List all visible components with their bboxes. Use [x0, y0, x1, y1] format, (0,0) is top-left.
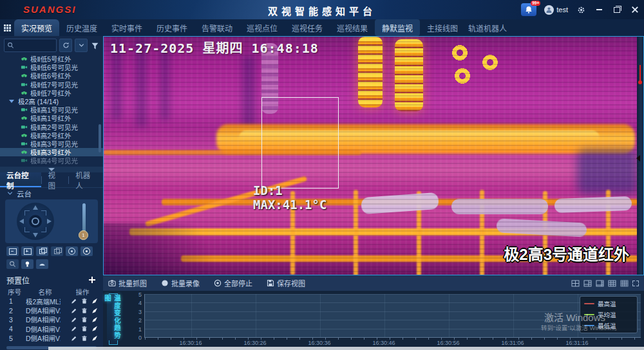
tab-main-wiring-diagram[interactable]: 主接线图	[420, 19, 465, 36]
light-button[interactable]	[21, 259, 33, 269]
edit-icon[interactable]	[71, 308, 77, 314]
preset-row[interactable]: 1 极2高端ML避雷器	[0, 297, 103, 306]
y-tick: 1	[131, 326, 142, 333]
tab-robot[interactable]: 机器人	[69, 172, 103, 187]
tab-realtime-events[interactable]: 实时事件	[104, 19, 149, 36]
edit-icon[interactable]	[71, 298, 77, 304]
goto-preset-icon[interactable]	[91, 298, 98, 304]
tree-scrollbar[interactable]	[99, 124, 101, 152]
video-cell[interactable]: 11-27-2025 星期四 16:48:18 ID:1 MAX:41.1°C …	[103, 36, 644, 275]
bracket-icon	[24, 210, 30, 216]
layout-grid16-icon[interactable]	[620, 280, 629, 287]
tree-item[interactable]: 极Ⅱ高1号红外	[0, 114, 103, 122]
delete-icon[interactable]	[81, 308, 88, 314]
zoom-in-button[interactable]	[21, 246, 33, 256]
batch-record-button[interactable]: 批量录像	[161, 278, 200, 288]
preset-row[interactable]: 3 D侧A相闸V2L1...	[0, 315, 103, 324]
tree-item[interactable]: 极Ⅱ低6号可见光	[0, 63, 103, 71]
minimize-button[interactable]	[594, 5, 604, 15]
settings-button[interactable]	[576, 5, 586, 15]
tab-view[interactable]: 视图	[42, 172, 69, 187]
tree-item[interactable]: 极Ⅱ高3号可见光	[0, 140, 103, 148]
layout-grid6-icon[interactable]	[583, 280, 592, 287]
arrow-up-icon[interactable]	[33, 205, 38, 210]
tab-rail-robot[interactable]: 轨道机器人	[465, 19, 510, 36]
tree-item[interactable]: 极Ⅱ高2号可见光	[0, 123, 103, 131]
tree-item-selected[interactable]: 极Ⅱ高3号红外	[0, 148, 103, 156]
ir-camera-icon	[21, 132, 28, 139]
arrow-left-icon[interactable]	[19, 219, 24, 224]
goto-preset-icon[interactable]	[91, 326, 98, 332]
search-input[interactable]	[4, 39, 57, 52]
tree-item[interactable]: 极Ⅱ低7号红外	[0, 89, 103, 97]
tab-history-temperature[interactable]: 历史温度	[59, 19, 104, 36]
osd-roi-max-temp: MAX:41.1°C	[253, 198, 327, 212]
restore-button[interactable]	[612, 5, 622, 15]
tree-item[interactable]: 极Ⅱ低5号红外	[0, 55, 103, 63]
save-view-button[interactable]: 保存视图	[267, 278, 305, 288]
edit-icon[interactable]	[71, 317, 77, 323]
ptz-speed-handle[interactable]: 1	[79, 230, 88, 240]
y-tick: 0	[131, 335, 142, 341]
delete-icon[interactable]	[81, 335, 88, 342]
tab-alarm-linkage[interactable]: 告警联动	[194, 19, 240, 36]
stop-all-button[interactable]: 全部停止	[214, 278, 252, 288]
wiper-button[interactable]	[36, 259, 48, 269]
gridline	[320, 294, 321, 337]
goto-preset-icon[interactable]	[91, 308, 98, 314]
preset-row[interactable]: 4 D侧A相闸V1L5...	[0, 324, 103, 333]
delete-icon[interactable]	[81, 317, 88, 323]
ptz-center-button[interactable]	[29, 215, 42, 228]
arrow-right-icon[interactable]	[47, 219, 52, 224]
ir-camera-icon	[21, 149, 28, 156]
tab-live-preview[interactable]: 实况预览	[14, 19, 59, 36]
edit-icon[interactable]	[71, 326, 77, 332]
scale-marker-icon	[636, 155, 640, 161]
tree-item[interactable]: 极Ⅱ高2号红外	[0, 131, 103, 140]
ptz-speed-slider[interactable]	[82, 203, 86, 233]
close-button[interactable]	[630, 5, 640, 15]
goto-preset-icon[interactable]	[91, 317, 98, 323]
tree-group[interactable]: 极2高 (14/14)	[0, 97, 103, 106]
batch-snapshot-button[interactable]: 批量抓图	[108, 278, 147, 288]
tab-history-events[interactable]: 历史事件	[149, 19, 194, 36]
iris-minus-button[interactable]	[66, 246, 78, 256]
apps-grid-button[interactable]	[0, 19, 14, 36]
tree-item[interactable]: 极Ⅱ低7号可见光	[0, 80, 103, 89]
delete-icon[interactable]	[81, 326, 88, 332]
collapse-all-button[interactable]	[75, 39, 88, 52]
preset-row[interactable]: 2 D侧A相闸V2L5...	[0, 306, 103, 315]
tree-item[interactable]: 极Ⅱ高4号可见光	[0, 156, 103, 165]
iris-plus-button[interactable]	[80, 246, 93, 256]
zoom-out-button[interactable]	[6, 246, 19, 256]
tab-patrol-points[interactable]: 巡视点位	[240, 19, 285, 36]
layout-grid9-icon[interactable]	[608, 280, 616, 287]
tree-item[interactable]: 极Ⅱ高1号可见光	[0, 106, 103, 114]
tree-item[interactable]: 极Ⅱ低6号红外	[0, 71, 103, 80]
magnify-button[interactable]	[6, 259, 19, 269]
preset-row[interactable]: 5 D侧A相闸V1L1...	[0, 334, 103, 343]
focus-far-button[interactable]	[51, 246, 63, 256]
refresh-button[interactable]	[59, 39, 72, 52]
add-preset-button[interactable]	[88, 275, 97, 284]
layout-grid8-icon[interactable]	[596, 280, 604, 287]
person-icon	[545, 6, 553, 14]
tab-silent-monitor[interactable]: 静默监视	[375, 19, 420, 36]
tab-patrol-results[interactable]: 巡视结果	[330, 19, 375, 36]
tab-ptz-control[interactable]: 云台控制	[0, 172, 41, 187]
tab-patrol-tasks[interactable]: 巡视任务	[285, 19, 330, 36]
layout-grid4-icon[interactable]	[571, 280, 580, 287]
arrow-down-icon[interactable]	[33, 233, 38, 237]
edit-icon[interactable]	[71, 335, 77, 342]
notifications-button[interactable]: 99+	[521, 3, 536, 16]
temperature-scale-strip[interactable]	[637, 37, 643, 275]
filter-button[interactable]	[91, 40, 99, 51]
ptz-dpad[interactable]	[17, 203, 54, 240]
goto-preset-icon[interactable]	[91, 335, 98, 342]
snapshot-icon	[108, 279, 116, 287]
delete-icon[interactable]	[81, 298, 88, 304]
focus-near-button[interactable]	[36, 246, 48, 256]
fullscreen-icon[interactable]	[632, 281, 639, 286]
osd-timestamp: 11-27-2025 星期四 16:48:18	[110, 38, 319, 57]
user-menu[interactable]: test	[544, 5, 568, 15]
